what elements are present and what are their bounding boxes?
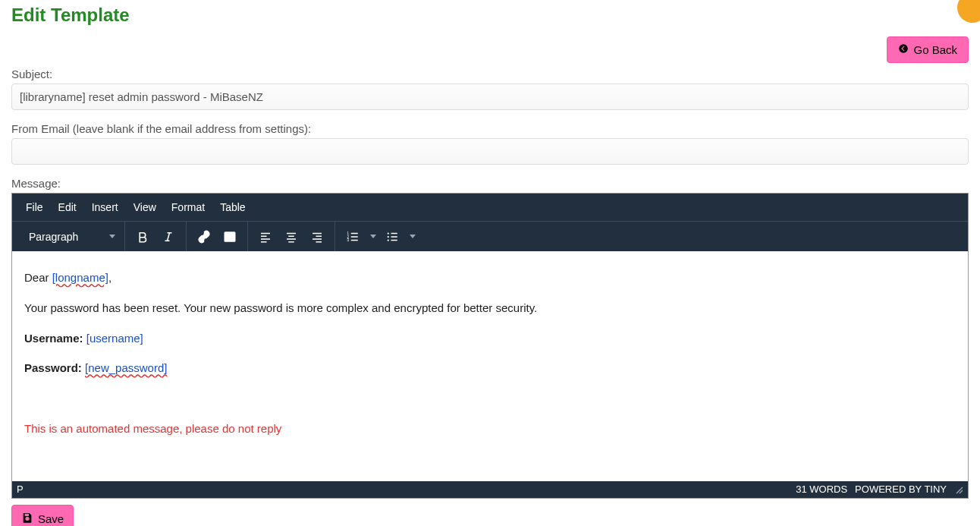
menu-view[interactable]: View (126, 195, 164, 219)
status-path[interactable]: P (17, 483, 24, 495)
save-button[interactable]: Save (11, 505, 74, 527)
chevron-down-icon (410, 235, 416, 238)
username-label: Username: (24, 332, 83, 345)
editor-menubar: File Edit Insert View Format Table (12, 194, 968, 221)
page-title: Edit Template (11, 0, 969, 36)
format-select[interactable]: Paragraph (21, 225, 120, 248)
from-email-input[interactable] (11, 138, 969, 165)
editor-toolbar: Paragraph 123 (12, 221, 968, 251)
body-line-reset: Your password has been reset. Your new p… (24, 300, 956, 317)
italic-button[interactable] (155, 225, 181, 249)
resize-handle-icon[interactable] (954, 485, 963, 494)
greeting-suffix: , (108, 271, 112, 284)
subject-label: Subject: (11, 68, 969, 80)
disclaimer-text: This is an automated message, please do … (24, 420, 956, 437)
unordered-list-button[interactable] (379, 225, 419, 249)
svg-point-25 (388, 235, 389, 237)
from-email-label: From Email (leave blank if the email add… (11, 122, 969, 135)
align-center-button[interactable] (278, 225, 304, 249)
go-back-button[interactable]: Go Back (887, 36, 969, 63)
message-label: Message: (11, 177, 969, 190)
subject-input[interactable] (11, 83, 969, 110)
bold-button[interactable] (130, 225, 155, 249)
image-button[interactable] (217, 225, 243, 249)
word-count: 31 WORDS (796, 483, 847, 495)
align-right-button[interactable] (304, 225, 330, 249)
chevron-down-icon (109, 235, 115, 238)
greeting-prefix: Dear (24, 271, 52, 284)
svg-point-0 (900, 44, 909, 53)
save-icon (21, 512, 33, 526)
svg-text:3: 3 (347, 238, 350, 242)
svg-line-3 (168, 232, 170, 241)
password-label: Password: (24, 361, 82, 374)
username-token: [username] (86, 332, 143, 345)
menu-table[interactable]: Table (212, 195, 253, 219)
format-select-label: Paragraph (29, 231, 78, 243)
svg-point-24 (388, 232, 389, 234)
ordered-list-button[interactable]: 123 (340, 225, 379, 249)
menu-edit[interactable]: Edit (51, 195, 84, 219)
menu-insert[interactable]: Insert (84, 195, 126, 219)
menu-format[interactable]: Format (164, 195, 212, 219)
save-label: Save (38, 512, 64, 525)
rich-text-editor: File Edit Insert View Format Table Parag… (11, 193, 969, 499)
go-back-label: Go Back (913, 43, 957, 56)
align-left-button[interactable] (253, 225, 278, 249)
password-token: [new_password] (85, 361, 167, 374)
chevron-down-icon (370, 235, 376, 238)
editor-statusbar: P 31 WORDS POWERED BY TINY (12, 481, 968, 498)
menu-file[interactable]: File (18, 195, 51, 219)
arrow-left-circle-icon (898, 43, 909, 56)
svg-point-26 (388, 239, 389, 241)
powered-by[interactable]: POWERED BY TINY (855, 483, 947, 495)
link-button[interactable] (191, 225, 217, 249)
longname-token: [longname] (52, 271, 108, 284)
editor-content[interactable]: Dear [longname], Your password has been … (12, 251, 968, 481)
